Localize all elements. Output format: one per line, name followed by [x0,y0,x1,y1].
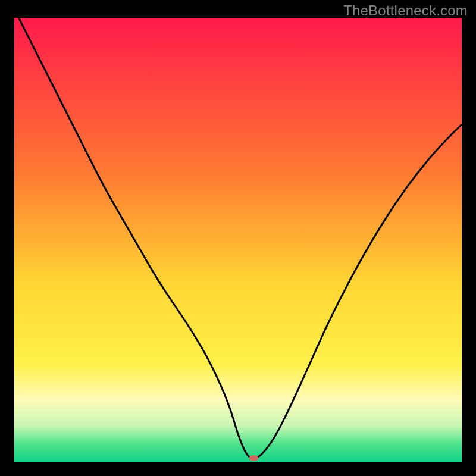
optimal-point-marker [249,455,258,461]
chart-frame: TheBottleneck.com [0,0,476,476]
chart-svg [14,18,462,462]
watermark-label: TheBottleneck.com [343,2,468,19]
chart-plot-area [14,18,462,462]
gradient-background [14,18,462,462]
